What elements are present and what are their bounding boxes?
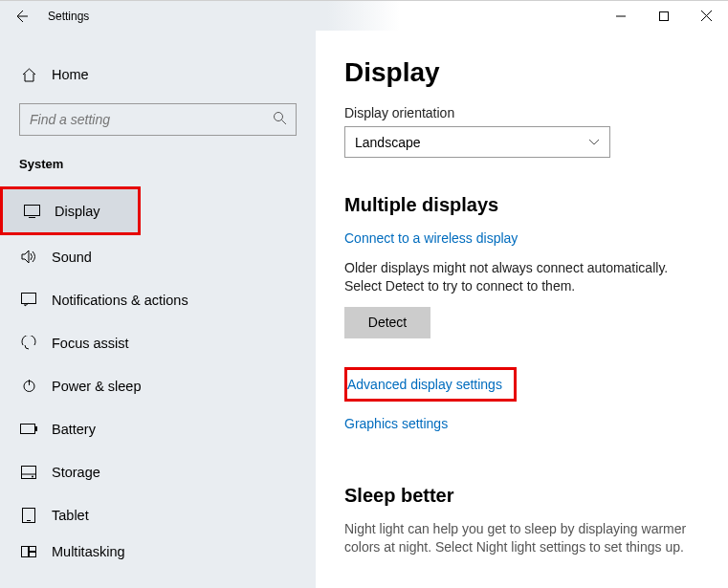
nav-power-sleep[interactable]: Power & sleep — [0, 364, 316, 407]
orientation-label: Display orientation — [344, 105, 713, 120]
page-title: Display — [344, 57, 713, 88]
sleep-better-description: Night light can help you get to sleep by… — [344, 520, 698, 556]
svg-rect-1 — [659, 11, 668, 20]
detect-button[interactable]: Detect — [344, 307, 430, 338]
multitasking-icon — [19, 546, 38, 557]
svg-rect-6 — [24, 205, 39, 215]
nav-label: Focus assist — [52, 336, 129, 351]
nav-label: Battery — [52, 422, 96, 437]
svg-rect-8 — [22, 294, 36, 304]
svg-rect-20 — [30, 553, 36, 557]
nav-focus-assist[interactable]: Focus assist — [0, 321, 316, 364]
svg-rect-13 — [22, 466, 36, 478]
chevron-down-icon — [588, 139, 600, 145]
close-icon — [701, 11, 712, 21]
minimize-button[interactable] — [599, 1, 642, 32]
sound-icon — [19, 250, 38, 264]
window-title: Settings — [48, 10, 89, 23]
sidebar-section-label: System — [19, 157, 297, 171]
svg-rect-18 — [22, 547, 29, 557]
power-icon — [19, 379, 38, 393]
search-input[interactable] — [19, 103, 297, 136]
storage-icon — [19, 466, 38, 479]
detect-description: Older displays might not always connect … — [344, 259, 698, 295]
graphics-settings-link[interactable]: Graphics settings — [344, 416, 448, 431]
minimize-icon — [616, 11, 626, 21]
maximize-button[interactable] — [642, 1, 685, 32]
nav-multitasking[interactable]: Multitasking — [0, 536, 316, 567]
multiple-displays-heading: Multiple displays — [344, 194, 713, 216]
svg-rect-12 — [35, 426, 37, 431]
svg-line-5 — [282, 120, 287, 125]
svg-point-15 — [32, 475, 33, 477]
svg-rect-11 — [21, 425, 35, 434]
battery-icon — [19, 424, 38, 434]
home-label: Home — [52, 67, 89, 82]
wireless-display-link[interactable]: Connect to a wireless display — [344, 230, 518, 246]
svg-rect-19 — [30, 547, 36, 552]
display-icon — [22, 205, 41, 218]
orientation-value: Landscape — [355, 135, 421, 150]
close-button[interactable] — [685, 1, 728, 32]
advanced-display-link[interactable]: Advanced display settings — [347, 377, 502, 392]
sidebar: Home System Display Sound Notifications … — [0, 31, 316, 588]
back-button[interactable] — [0, 1, 42, 32]
nav-notifications[interactable]: Notifications & actions — [0, 278, 316, 321]
nav-label: Display — [55, 204, 100, 219]
nav-storage[interactable]: Storage — [0, 450, 316, 493]
nav-label: Sound — [52, 250, 92, 265]
maximize-icon — [659, 11, 669, 21]
home-icon — [19, 67, 38, 83]
nav-display[interactable]: Display — [3, 189, 138, 232]
home-nav[interactable]: Home — [0, 57, 316, 92]
notifications-icon — [19, 293, 38, 307]
arrow-left-icon — [12, 8, 30, 25]
nav-sound[interactable]: Sound — [0, 235, 316, 278]
content-pane: Display Display orientation Landscape Mu… — [316, 31, 728, 588]
highlight-advanced-link: Advanced display settings — [344, 367, 517, 402]
nav-label: Notifications & actions — [52, 293, 188, 308]
focus-assist-icon — [19, 336, 38, 351]
nav-label: Power & sleep — [52, 379, 142, 394]
highlight-display-nav: Display — [0, 186, 141, 235]
nav-battery[interactable]: Battery — [0, 407, 316, 450]
nav-label: Multitasking — [52, 544, 125, 559]
sleep-better-heading: Sleep better — [344, 485, 713, 507]
orientation-dropdown[interactable]: Landscape — [344, 126, 610, 158]
svg-point-4 — [275, 113, 283, 121]
search-icon — [273, 111, 287, 125]
nav-tablet[interactable]: Tablet — [0, 493, 316, 536]
nav-label: Tablet — [52, 508, 89, 523]
tablet-icon — [19, 508, 38, 523]
nav-label: Storage — [52, 465, 100, 480]
